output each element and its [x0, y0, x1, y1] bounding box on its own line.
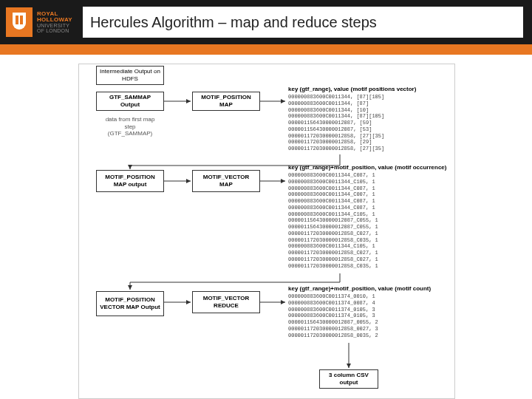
institution-line-4: OF LONDON	[37, 28, 72, 33]
institution-line-2: HOLLOWAY	[37, 17, 72, 23]
logo-area: ROYAL HOLLOWAY UNIVERSITY OF LONDON	[0, 7, 78, 37]
title-wrap: Hercules Algorithm – map and reduce step…	[83, 7, 523, 38]
diagram-canvas: Intermediate Output on HDFS GTF_SAMMAP O…	[0, 55, 532, 399]
header: ROYAL HOLLOWAY UNIVERSITY OF LONDON Herc…	[0, 0, 532, 44]
page-title: Hercules Algorithm – map and reduce step…	[90, 14, 377, 31]
arrows-layer	[0, 55, 532, 399]
institution-name: ROYAL HOLLOWAY UNIVERSITY OF LONDON	[37, 11, 72, 33]
university-crest-icon	[6, 7, 33, 37]
accent-bar	[0, 44, 532, 55]
institution-line-3: UNIVERSITY	[37, 23, 72, 28]
